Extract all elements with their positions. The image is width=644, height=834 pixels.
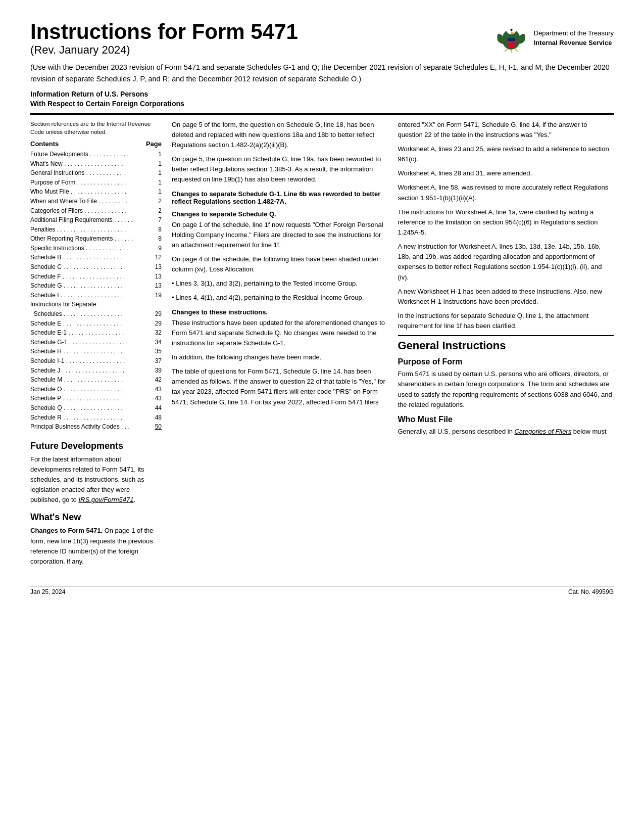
dept-name: Department of the Treasury xyxy=(534,28,614,38)
toc-item: Schedule I . . . . . . . . . . . . . . .… xyxy=(30,291,162,300)
svg-text:★: ★ xyxy=(509,28,513,32)
form-purpose-heading: Information Return of U.S. Persons With … xyxy=(30,89,614,109)
toc-item: Specific Instructions . . . . . . . . . … xyxy=(30,244,162,253)
toc-item: Schedule F . . . . . . . . . . . . . . .… xyxy=(30,272,162,282)
irs-link[interactable]: IRS.gov/Form5471 xyxy=(78,496,133,503)
middle-column: On page 5 of the form, the question on S… xyxy=(172,120,388,571)
toc-item: Who Must File . . . . . . . . . . . . . … xyxy=(30,187,162,197)
toc-item: Categories of Filers . . . . . . . . . .… xyxy=(30,206,162,216)
page-label: Page xyxy=(146,140,162,148)
whats-new-heading: What's New xyxy=(30,512,162,523)
future-dev-heading: Future Developments xyxy=(30,441,162,451)
right-para5: The instructions for Worksheet A, line 1… xyxy=(398,207,614,238)
toc-item: Other Reporting Requirements . . . . . .… xyxy=(30,234,162,244)
contents-label: Contents xyxy=(30,140,59,148)
who-must-body: Generally, all U.S. persons described in… xyxy=(398,427,614,437)
toc-item: Schedule C . . . . . . . . . . . . . . .… xyxy=(30,262,162,272)
changes-these-body3: The table of questions for Form 5471, Sc… xyxy=(172,366,388,407)
contents-header: Contents Page xyxy=(30,140,162,148)
toc-item: Additional Filing Requirements . . . . .… xyxy=(30,215,162,225)
toc-item: Schedule I-1 . . . . . . . . . . . . . .… xyxy=(30,356,162,366)
purpose-heading: Purpose of Form xyxy=(398,357,614,366)
toc-item: Schedule P . . . . . . . . . . . . . . .… xyxy=(30,394,162,403)
changes-these-heading: Changes to these instructions. xyxy=(172,308,388,316)
changes-q-body: On page 1 of the schedule, line 1f now r… xyxy=(172,220,388,250)
toc-item: Schedule G . . . . . . . . . . . . . . .… xyxy=(30,281,162,291)
toc-item: Schedule M . . . . . . . . . . . . . . .… xyxy=(30,375,162,385)
svg-line-9 xyxy=(515,49,518,52)
right-column: entered "XX" on Form 5471, Schedule G, l… xyxy=(398,120,614,571)
right-para2: Worksheet A, lines 23 and 25, were revis… xyxy=(398,144,614,164)
footer-date: Jan 25, 2024 xyxy=(30,588,65,595)
toc-item: Future Developments . . . . . . . . . . … xyxy=(30,150,162,159)
svg-rect-5 xyxy=(508,38,515,41)
toc-item: When and Where To File . . . . . . . . .… xyxy=(30,197,162,206)
changes-q-heading: Changes to separate Schedule Q. xyxy=(172,210,388,218)
rev-date: (Rev. January 2024) xyxy=(30,43,298,57)
purpose-body: Form 5471 is used by certain U.S. person… xyxy=(398,369,614,410)
right-para4: Worksheet A, line 58, was revised to mor… xyxy=(398,182,614,203)
changes-q-body2: On page 4 of the schedule, the following… xyxy=(172,254,388,274)
footer-cat: Cat. No. 49959G xyxy=(568,588,614,595)
subtitle-text: (Use with the December 2023 revision of … xyxy=(30,62,614,85)
toc-item: Schedule J . . . . . . . . . . . . . . .… xyxy=(30,366,162,376)
toc-item: What's New . . . . . . . . . . . . . . .… xyxy=(30,159,162,169)
changes-these-body2: In addition, the following changes have … xyxy=(172,352,388,362)
toc-item: Purpose of Form . . . . . . . . . . . . … xyxy=(30,178,162,188)
future-dev-body: For the latest information about develop… xyxy=(30,454,162,505)
page-header: Instructions for Form 5471 (Rev. January… xyxy=(30,20,614,57)
right-para3: Worksheet A, lines 28 and 31, were amend… xyxy=(398,168,614,178)
toc-list: Future Developments . . . . . . . . . . … xyxy=(30,150,162,432)
changes-these-body: These instructions have been updated for… xyxy=(172,318,388,348)
changes-g1-heading: Changes to separate Schedule G-1. Line 6… xyxy=(172,190,388,205)
bullet2: • Lines 4, 4(1), and 4(2), pertaining to… xyxy=(172,293,388,303)
right-para7: A new Worksheet H-1 has been added to th… xyxy=(398,287,614,307)
categories-filers-link[interactable]: Categories of Filers xyxy=(514,428,571,435)
right-para6: A new instruction for Worksheet A, lines… xyxy=(398,242,614,283)
toc-item: Schedule Q . . . . . . . . . . . . . . .… xyxy=(30,403,162,413)
who-must-heading: Who Must File xyxy=(398,415,614,424)
gen-instr-heading: General Instructions xyxy=(398,335,614,352)
toc-item: Schedule G-1 . . . . . . . . . . . . . .… xyxy=(30,338,162,347)
toc-item: Schedule O . . . . . . . . . . . . . . .… xyxy=(30,385,162,394)
whats-new-body: Changes to Form 5471. On page 1 of the f… xyxy=(30,526,162,567)
svg-line-7 xyxy=(505,49,508,52)
agency-text: Department of the Treasury Internal Reve… xyxy=(534,28,614,48)
mid-para1: On page 5 of the form, the question on S… xyxy=(172,120,388,150)
left-column: Section references are to the Internal R… xyxy=(30,120,162,571)
toc-item: General Instructions . . . . . . . . . .… xyxy=(30,168,162,178)
toc-item: Principal Business Activity Codes . . .5… xyxy=(30,422,162,432)
toc-item: Schedule H . . . . . . . . . . . . . . .… xyxy=(30,347,162,356)
toc-item: Schedule B . . . . . . . . . . . . . . .… xyxy=(30,253,162,262)
page-footer: Jan 25, 2024 Cat. No. 49959G xyxy=(30,586,614,595)
toc-item: Schedules . . . . . . . . . . . . . . . … xyxy=(30,309,162,319)
title-block: Instructions for Form 5471 (Rev. January… xyxy=(30,20,298,57)
form-title: Instructions for Form 5471 xyxy=(30,20,298,43)
toc-item: Schedule E . . . . . . . . . . . . . . .… xyxy=(30,319,162,329)
bullet1: • Lines 3, 3(1), and 3(2), pertaining to… xyxy=(172,279,388,289)
irs-eagle-icon: ★ xyxy=(493,20,529,56)
toc-item: Schedule R . . . . . . . . . . . . . . .… xyxy=(30,413,162,423)
divider xyxy=(30,113,614,115)
mid-para2: On page 5, the question on Schedule G, l… xyxy=(172,154,388,184)
right-para1: entered "XX" on Form 5471, Schedule G, l… xyxy=(398,120,614,140)
toc-item: Instructions for Separate xyxy=(30,300,162,309)
main-content: Section references are to the Internal R… xyxy=(30,120,614,571)
irs-logo-area: ★ Department of the Treasury Internal Re… xyxy=(493,20,614,56)
toc-item: Penalties . . . . . . . . . . . . . . . … xyxy=(30,225,162,235)
irs-name: Internal Revenue Service xyxy=(534,38,614,48)
ref-note: Section references are to the Internal R… xyxy=(30,120,162,136)
toc-item: Schedule E-1 . . . . . . . . . . . . . .… xyxy=(30,328,162,338)
right-para8: In the instructions for separate Schedul… xyxy=(398,311,614,331)
